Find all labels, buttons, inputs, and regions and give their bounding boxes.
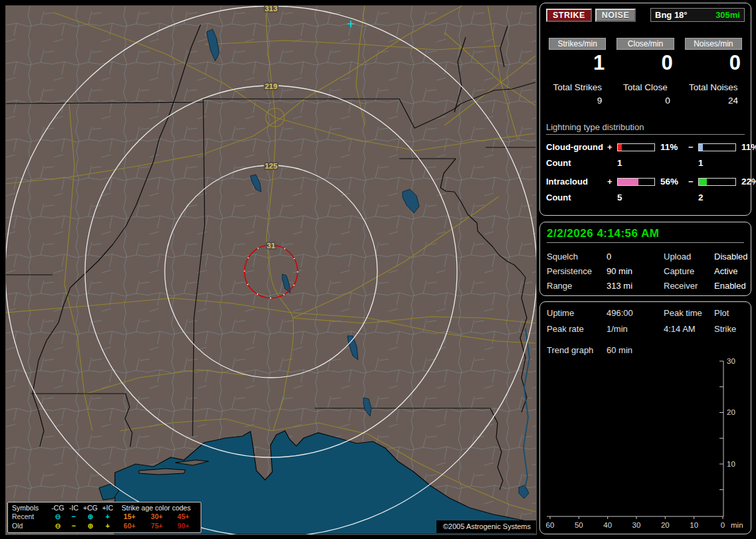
x-tick-40: 40	[603, 521, 612, 529]
x-tick-10: 10	[690, 521, 698, 529]
trend-panel: Uptime 496:00 Peak time Plot Peak rate 1…	[539, 301, 751, 534]
total-close-value: 0	[614, 96, 676, 106]
squelch-value: 0	[607, 252, 664, 262]
old-pos-cg-icon: ⊕	[81, 522, 100, 531]
intracloud-label: Intracloud	[546, 177, 607, 187]
ring-label-125: 125	[264, 162, 278, 170]
bearing-label: Bng 18°	[655, 10, 688, 20]
noises-per-min-value: 0	[682, 52, 745, 74]
bearing-display: Bng 18° 305mi	[650, 8, 745, 22]
strikes-per-min-badge: Strikes/min	[549, 38, 606, 50]
x-tick-60: 60	[546, 521, 555, 529]
app-window: 313 219 125 31 Symbols -CG -IC +CG +IC S…	[0, 0, 756, 539]
legend-age-header: Strike age color codes	[116, 504, 197, 513]
legend-header-pos-ic: +IC	[100, 504, 116, 513]
old-neg-cg-icon: ⊖	[49, 522, 66, 531]
ic-negative-pct: 22%	[738, 177, 756, 187]
legend-header-neg-ic: -IC	[66, 504, 81, 513]
noises-per-min-badge: Noises/min	[685, 38, 742, 50]
squelch-label: Squelch	[547, 252, 607, 262]
map-legend: Symbols -CG -IC +CG +IC Strike age color…	[7, 502, 201, 534]
legend-old-label: Old	[12, 522, 49, 531]
plus-sign: +	[607, 177, 617, 187]
x-tick-50: 50	[575, 521, 583, 529]
x-tick-30: 30	[632, 521, 641, 529]
noise-button[interactable]: NOISE	[595, 9, 636, 22]
legend-header-neg-cg: -CG	[49, 504, 66, 513]
legend-symbols-header: Symbols	[12, 504, 49, 513]
close-per-min-value: 0	[614, 52, 676, 74]
trend-graph: 30 20 10 60 50 40 30 20 10 0 min	[540, 302, 751, 534]
ic-positive-bar	[617, 178, 655, 186]
age-code-15: 15+	[116, 512, 143, 522]
lightning-distribution: Lightning type distribution Cloud-ground…	[546, 122, 745, 202]
cg-negative-pct: 11%	[738, 142, 756, 152]
range-label: Range	[547, 281, 607, 291]
receiver-label: Receiver	[664, 281, 714, 291]
cloud-ground-label: Cloud-ground	[546, 142, 607, 152]
y-tick-20: 20	[727, 408, 735, 416]
persistence-label: Persistence	[547, 266, 607, 276]
x-tick-0: 0	[721, 521, 725, 529]
total-close-label: Total Close	[614, 82, 676, 92]
capture-status: Active	[714, 266, 748, 276]
minus-sign: −	[688, 142, 698, 152]
persistence-value: 90 min	[607, 266, 664, 276]
datetime-display: 2/2/2026 4:14:56 AM	[547, 227, 744, 243]
status-panel: 2/2/2026 4:14:56 AM Squelch 0 Upload Dis…	[539, 222, 751, 296]
x-axis-unit: min	[731, 521, 743, 529]
total-strikes-value: 9	[546, 96, 609, 106]
trend-y-ticks: 30 20 10	[727, 357, 735, 468]
map-canvas: 313 219 125 31	[6, 6, 536, 534]
strikes-column: Strikes/min 1 Total Strikes 9	[546, 38, 609, 106]
bearing-range: 305mi	[715, 10, 740, 20]
plus-sign: +	[607, 142, 617, 152]
noises-column: Noises/min 0 Total Noises 24	[682, 38, 745, 106]
age-code-60: 60+	[116, 522, 143, 531]
strikes-per-min-value: 1	[546, 52, 609, 74]
strike-button[interactable]: STRIKE	[546, 9, 592, 22]
cg-negative-bar	[698, 143, 736, 151]
ic-count-label: Count	[546, 193, 607, 202]
map-view[interactable]: 313 219 125 31 Symbols -CG -IC +CG +IC S…	[5, 5, 537, 535]
cg-positive-bar	[617, 143, 655, 151]
legend-header-pos-cg: +CG	[81, 504, 100, 513]
ring-label-219: 219	[264, 82, 277, 90]
recent-pos-ic-icon: +	[100, 512, 116, 522]
total-strikes-label: Total Strikes	[546, 82, 609, 92]
age-code-90: 90+	[170, 522, 197, 531]
legend-recent-label: Recent	[12, 512, 49, 522]
recent-neg-ic-icon: −	[66, 512, 81, 522]
old-pos-ic-icon: +	[100, 522, 116, 531]
trend-x-ticks: 60 50 40 30 20 10 0 min	[546, 521, 743, 529]
capture-label: Capture	[664, 266, 714, 276]
age-code-45: 45+	[170, 512, 197, 522]
ic-positive-pct: 56%	[657, 177, 688, 187]
cg-negative-count: 1	[698, 158, 738, 168]
cg-positive-pct: 11%	[657, 142, 688, 152]
copyright-label: ©2005 Astrogenic Systems	[436, 520, 536, 533]
ic-negative-bar	[698, 178, 736, 186]
total-noises-value: 24	[682, 96, 745, 106]
age-code-30: 30+	[143, 512, 170, 522]
ic-negative-count: 2	[698, 193, 738, 202]
ring-label-313: 313	[264, 6, 277, 13]
recent-pos-cg-icon: ⊕	[81, 512, 100, 522]
close-per-min-badge: Close/min	[616, 38, 674, 50]
age-code-75: 75+	[143, 522, 170, 531]
strike-stats-panel: STRIKE NOISE Bng 18° 305mi Strikes/min 1…	[539, 3, 751, 216]
x-tick-20: 20	[661, 521, 670, 529]
ic-positive-count: 5	[617, 193, 657, 202]
minus-sign: −	[688, 177, 698, 187]
upload-status: Disabled	[714, 252, 748, 262]
cg-positive-count: 1	[617, 158, 657, 168]
recent-neg-cg-icon: ⊖	[49, 512, 66, 522]
cg-count-label: Count	[546, 158, 607, 168]
y-tick-10: 10	[727, 460, 735, 468]
total-noises-label: Total Noises	[682, 82, 745, 92]
distribution-title: Lightning type distribution	[546, 122, 745, 135]
receiver-status: Enabled	[714, 281, 748, 291]
old-neg-ic-icon: −	[66, 522, 81, 531]
ring-label-31: 31	[267, 242, 276, 250]
close-column: Close/min 0 Total Close 0	[614, 38, 676, 106]
